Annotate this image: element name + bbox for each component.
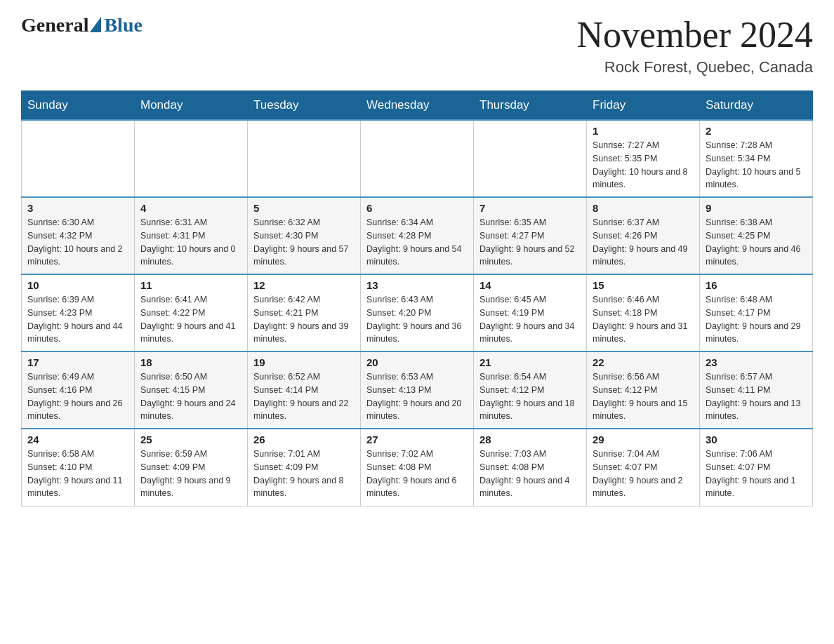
day-info: Sunrise: 6:46 AMSunset: 4:18 PMDaylight:… xyxy=(593,293,694,346)
column-header-tuesday: Tuesday xyxy=(248,91,361,121)
month-title: November 2024 xyxy=(577,14,813,55)
calendar-cell: 8Sunrise: 6:37 AMSunset: 4:26 PMDaylight… xyxy=(587,197,700,274)
calendar-cell: 4Sunrise: 6:31 AMSunset: 4:31 PMDaylight… xyxy=(135,197,248,274)
logo-general-text: General xyxy=(21,14,88,36)
day-info: Sunrise: 7:06 AMSunset: 4:07 PMDaylight:… xyxy=(706,448,807,500)
day-info: Sunrise: 6:38 AMSunset: 4:25 PMDaylight:… xyxy=(706,216,807,269)
calendar-cell: 24Sunrise: 6:58 AMSunset: 4:10 PMDayligh… xyxy=(22,429,135,506)
calendar-cell: 13Sunrise: 6:43 AMSunset: 4:20 PMDayligh… xyxy=(361,274,474,351)
day-number: 24 xyxy=(27,434,128,445)
day-number: 1 xyxy=(593,125,694,137)
calendar-header-row: SundayMondayTuesdayWednesdayThursdayFrid… xyxy=(22,91,813,121)
calendar-cell: 30Sunrise: 7:06 AMSunset: 4:07 PMDayligh… xyxy=(700,429,813,506)
calendar-cell: 16Sunrise: 6:48 AMSunset: 4:17 PMDayligh… xyxy=(700,274,813,351)
calendar-cell xyxy=(248,120,361,197)
day-info: Sunrise: 6:57 AMSunset: 4:11 PMDaylight:… xyxy=(706,370,807,423)
day-info: Sunrise: 6:45 AMSunset: 4:19 PMDaylight:… xyxy=(479,293,581,346)
day-number: 2 xyxy=(706,125,807,137)
column-header-monday: Monday xyxy=(135,91,248,121)
day-info: Sunrise: 6:49 AMSunset: 4:16 PMDaylight:… xyxy=(27,370,128,423)
day-number: 4 xyxy=(140,202,241,214)
calendar-cell: 21Sunrise: 6:54 AMSunset: 4:12 PMDayligh… xyxy=(474,351,587,429)
day-number: 11 xyxy=(140,279,241,291)
day-number: 30 xyxy=(706,434,807,445)
day-number: 26 xyxy=(253,434,355,445)
calendar-cell: 26Sunrise: 7:01 AMSunset: 4:09 PMDayligh… xyxy=(248,429,361,506)
day-info: Sunrise: 6:32 AMSunset: 4:30 PMDaylight:… xyxy=(253,216,355,269)
day-number: 19 xyxy=(253,356,355,368)
day-number: 12 xyxy=(253,279,355,291)
calendar-cell: 23Sunrise: 6:57 AMSunset: 4:11 PMDayligh… xyxy=(700,351,813,429)
day-info: Sunrise: 6:35 AMSunset: 4:27 PMDaylight:… xyxy=(479,216,581,269)
day-info: Sunrise: 6:54 AMSunset: 4:12 PMDaylight:… xyxy=(479,370,581,423)
week-row-5: 24Sunrise: 6:58 AMSunset: 4:10 PMDayligh… xyxy=(22,429,813,506)
calendar-cell: 25Sunrise: 6:59 AMSunset: 4:09 PMDayligh… xyxy=(135,429,248,506)
calendar-cell xyxy=(135,120,248,197)
calendar-cell: 19Sunrise: 6:52 AMSunset: 4:14 PMDayligh… xyxy=(248,351,361,429)
calendar-cell: 11Sunrise: 6:41 AMSunset: 4:22 PMDayligh… xyxy=(135,274,248,351)
calendar-cell xyxy=(361,120,474,197)
day-number: 7 xyxy=(479,202,581,214)
day-number: 13 xyxy=(366,279,468,291)
day-info: Sunrise: 6:42 AMSunset: 4:21 PMDaylight:… xyxy=(253,293,355,346)
column-header-saturday: Saturday xyxy=(700,91,813,121)
day-info: Sunrise: 7:28 AMSunset: 5:34 PMDaylight:… xyxy=(706,139,807,192)
column-header-thursday: Thursday xyxy=(474,91,587,121)
day-number: 29 xyxy=(593,434,694,445)
day-number: 20 xyxy=(366,356,468,368)
day-number: 17 xyxy=(27,356,128,368)
week-row-1: 1Sunrise: 7:27 AMSunset: 5:35 PMDaylight… xyxy=(22,120,813,197)
calendar-cell: 10Sunrise: 6:39 AMSunset: 4:23 PMDayligh… xyxy=(22,274,135,351)
calendar-cell: 15Sunrise: 6:46 AMSunset: 4:18 PMDayligh… xyxy=(587,274,700,351)
title-section: November 2024 Rock Forest, Quebec, Canad… xyxy=(577,14,813,76)
day-info: Sunrise: 6:53 AMSunset: 4:13 PMDaylight:… xyxy=(366,370,468,423)
calendar-cell: 12Sunrise: 6:42 AMSunset: 4:21 PMDayligh… xyxy=(248,274,361,351)
column-header-sunday: Sunday xyxy=(22,91,135,121)
day-number: 14 xyxy=(479,279,581,291)
day-number: 21 xyxy=(479,356,581,368)
day-number: 10 xyxy=(27,279,128,291)
calendar-table: SundayMondayTuesdayWednesdayThursdayFrid… xyxy=(21,90,813,507)
day-info: Sunrise: 7:03 AMSunset: 4:08 PMDaylight:… xyxy=(479,448,581,500)
calendar-cell: 9Sunrise: 6:38 AMSunset: 4:25 PMDaylight… xyxy=(700,197,813,274)
calendar-cell: 6Sunrise: 6:34 AMSunset: 4:28 PMDaylight… xyxy=(361,197,474,274)
day-info: Sunrise: 6:48 AMSunset: 4:17 PMDaylight:… xyxy=(706,293,807,346)
week-row-3: 10Sunrise: 6:39 AMSunset: 4:23 PMDayligh… xyxy=(22,274,813,351)
calendar-cell: 22Sunrise: 6:56 AMSunset: 4:12 PMDayligh… xyxy=(587,351,700,429)
calendar-cell: 27Sunrise: 7:02 AMSunset: 4:08 PMDayligh… xyxy=(361,429,474,506)
location-text: Rock Forest, Quebec, Canada xyxy=(577,58,813,76)
logo-triangle-icon xyxy=(90,17,101,32)
day-number: 8 xyxy=(593,202,694,214)
day-info: Sunrise: 6:39 AMSunset: 4:23 PMDaylight:… xyxy=(27,293,128,346)
column-header-wednesday: Wednesday xyxy=(361,91,474,121)
week-row-2: 3Sunrise: 6:30 AMSunset: 4:32 PMDaylight… xyxy=(22,197,813,274)
day-info: Sunrise: 6:56 AMSunset: 4:12 PMDaylight:… xyxy=(593,370,694,423)
column-header-friday: Friday xyxy=(587,91,700,121)
day-info: Sunrise: 6:43 AMSunset: 4:20 PMDaylight:… xyxy=(366,293,468,346)
calendar-cell: 20Sunrise: 6:53 AMSunset: 4:13 PMDayligh… xyxy=(361,351,474,429)
day-number: 27 xyxy=(366,434,468,445)
day-number: 9 xyxy=(706,202,807,214)
page-header: General Blue November 2024 Rock Forest, … xyxy=(21,14,813,76)
day-number: 16 xyxy=(706,279,807,291)
logo: General Blue xyxy=(21,14,143,36)
calendar-cell: 14Sunrise: 6:45 AMSunset: 4:19 PMDayligh… xyxy=(474,274,587,351)
day-info: Sunrise: 6:34 AMSunset: 4:28 PMDaylight:… xyxy=(366,216,468,269)
day-number: 25 xyxy=(140,434,241,445)
day-info: Sunrise: 7:04 AMSunset: 4:07 PMDaylight:… xyxy=(593,448,694,500)
day-info: Sunrise: 6:41 AMSunset: 4:22 PMDaylight:… xyxy=(140,293,241,346)
day-number: 3 xyxy=(27,202,128,214)
day-info: Sunrise: 6:50 AMSunset: 4:15 PMDaylight:… xyxy=(140,370,241,423)
day-info: Sunrise: 7:01 AMSunset: 4:09 PMDaylight:… xyxy=(253,448,355,500)
logo-blue-text: Blue xyxy=(104,14,142,36)
calendar-cell: 1Sunrise: 7:27 AMSunset: 5:35 PMDaylight… xyxy=(587,120,700,197)
day-info: Sunrise: 6:30 AMSunset: 4:32 PMDaylight:… xyxy=(27,216,128,269)
day-number: 18 xyxy=(140,356,241,368)
day-number: 5 xyxy=(253,202,355,214)
calendar-cell: 18Sunrise: 6:50 AMSunset: 4:15 PMDayligh… xyxy=(135,351,248,429)
calendar-cell: 17Sunrise: 6:49 AMSunset: 4:16 PMDayligh… xyxy=(22,351,135,429)
calendar-cell: 29Sunrise: 7:04 AMSunset: 4:07 PMDayligh… xyxy=(587,429,700,506)
day-number: 28 xyxy=(479,434,581,445)
calendar-cell: 3Sunrise: 6:30 AMSunset: 4:32 PMDaylight… xyxy=(22,197,135,274)
calendar-cell xyxy=(474,120,587,197)
